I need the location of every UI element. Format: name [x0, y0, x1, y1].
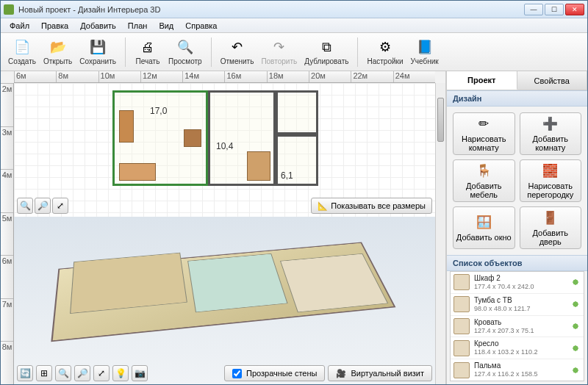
room-4[interactable]: 6,1 [276, 134, 318, 186]
show-dimensions-button[interactable]: 📐 Показывать все размеры [311, 198, 432, 214]
rotate-button[interactable]: 🔄 [17, 365, 33, 381]
toolbar-Повторить[interactable]: ↷Повторить [258, 37, 300, 67]
toolbar-label: Учебник [411, 57, 439, 65]
toolbar-label: Просмотр [168, 57, 202, 65]
zoom-controls-2d: 🔍 🔎 ⤢ [17, 198, 68, 214]
object-thumb-icon [453, 318, 470, 334]
transparent-walls-toggle[interactable]: Прозрачные стены [224, 365, 325, 381]
virtual-visit-label: Виртуальный визит [351, 369, 424, 378]
ruler-horizontal: 6м8м10м12м14м16м18м20м22м24м [14, 71, 435, 83]
ruler-vertical: 2м3м4м5м6м7м8м [1, 83, 14, 384]
toolbar-Создать[interactable]: 📄Создать [5, 37, 39, 67]
object-thumb-icon [453, 340, 470, 356]
menu-add[interactable]: Добавить [74, 20, 122, 32]
Открыть-icon: 📂 [49, 38, 67, 56]
design-Нарисовать перегородку[interactable]: 🧱Нарисовать перегородку [520, 159, 582, 202]
design-icon: ➕ [542, 116, 559, 132]
visibility-eye-icon[interactable] [570, 367, 581, 374]
furniture-wardrobe[interactable] [119, 110, 134, 143]
camera-button[interactable]: 📷 [132, 365, 148, 381]
menu-edit[interactable]: Правка [35, 20, 74, 32]
object-row[interactable]: Кресло118.4 x 103.2 x 110.2 [451, 337, 584, 359]
floorplan: 17,0 10,4 6,1 [112, 90, 318, 201]
Дублировать-icon: ⧉ [318, 38, 335, 56]
scrollbar-vertical[interactable] [435, 83, 445, 384]
toolbar-Настройки[interactable]: ⚙Настройки [364, 37, 406, 67]
visibility-eye-icon[interactable] [570, 345, 581, 352]
zoom-in-2d-button[interactable]: 🔎 [35, 198, 51, 214]
toolbar-label: Повторить [261, 57, 297, 65]
visibility-eye-icon[interactable] [570, 323, 581, 330]
toolbar-Учебник[interactable]: 📘Учебник [408, 37, 442, 67]
object-row[interactable]: Шкаф 2177.4 x 70.4 x 242.0 [451, 272, 584, 294]
room-1[interactable]: 17,0 [112, 90, 208, 186]
toolbar-Дублировать[interactable]: ⧉Дублировать [301, 37, 351, 67]
furniture-bed[interactable] [247, 151, 270, 181]
zoom-fit-2d-button[interactable]: ⤢ [52, 198, 68, 214]
menu-plan[interactable]: План [122, 20, 154, 32]
apartment-3d [36, 224, 406, 358]
design-icon: 🪑 [476, 163, 492, 179]
object-thumb-icon [453, 274, 470, 290]
furniture-table[interactable] [184, 129, 201, 147]
plan-2d-view[interactable]: 17,0 10,4 6,1 [14, 83, 435, 217]
tab-project[interactable]: Проект [447, 71, 517, 90]
visibility-eye-icon[interactable] [570, 301, 581, 308]
design-icon: ✏ [476, 116, 492, 132]
Сохранить-icon: 💾 [89, 38, 107, 56]
tab-properties[interactable]: Свойства [517, 71, 588, 90]
Создать-icon: 📄 [13, 38, 31, 56]
object-row[interactable]: Кровать127.4 x 207.3 x 75.1 [451, 316, 584, 338]
object-name: Шкаф 2 [474, 274, 566, 283]
canvas-area: 6м8м10м12м14м16м18м20м22м24м 2м3м4м5м6м7… [1, 71, 446, 384]
virtual-visit-button[interactable]: 🎥 Виртуальный визит [328, 365, 432, 381]
design-Добавить окно[interactable]: 🪟Добавить окно [453, 206, 515, 249]
object-list[interactable]: Шкаф 2177.4 x 70.4 x 242.0Тумба с ТВ98.0… [450, 271, 584, 381]
zoom-fit-3d-button[interactable]: ⤢ [93, 365, 110, 381]
design-label: Добавить дверь [522, 229, 580, 246]
scrollbar-thumb[interactable] [437, 98, 444, 142]
menu-file[interactable]: Файл [4, 20, 35, 32]
minimize-button[interactable]: — [524, 4, 543, 15]
window-title: Новый проект - Дизайн Интерьера 3D [18, 5, 524, 14]
view-3d[interactable]: 🔄 ⊞ 🔍 🔎 ⤢ 💡 📷 Прозрачные стены [14, 217, 435, 384]
design-Нарисовать комнату[interactable]: ✏Нарисовать комнату [453, 112, 515, 155]
menubar: Файл Правка Добавить План Вид Справка [1, 18, 587, 33]
Учебник-icon: 📘 [416, 38, 434, 56]
toolbar-Печать[interactable]: 🖨Печать [132, 37, 164, 67]
design-Добавить комнату[interactable]: ➕Добавить комнату [520, 112, 582, 155]
menu-help[interactable]: Справка [179, 20, 223, 32]
toolbar-Просмотр[interactable]: 🔍Просмотр [165, 37, 205, 67]
visibility-eye-icon[interactable] [570, 278, 581, 286]
zoom-out-2d-button[interactable]: 🔍 [17, 198, 33, 214]
design-label: Добавить комнату [522, 134, 580, 152]
object-row[interactable]: Тумба с ТВ98.0 x 48.0 x 121.7 [451, 294, 584, 316]
content-area: 6м8м10м12м14м16м18м20м22м24м 2м3м4м5м6м7… [1, 71, 587, 384]
object-thumb-icon [453, 296, 470, 312]
design-icon: 🚪 [542, 210, 559, 226]
app-window: Новый проект - Дизайн Интерьера 3D — ☐ ✕… [0, 0, 588, 385]
object-name: Пальма [474, 361, 566, 370]
close-button[interactable]: ✕ [565, 4, 584, 15]
furniture-sofa[interactable] [119, 163, 156, 181]
menu-view[interactable]: Вид [153, 20, 179, 32]
toolbar-Отменить[interactable]: ↶Отменить [218, 37, 257, 67]
toolbar-Сохранить[interactable]: 💾Сохранить [76, 37, 119, 67]
object-name: Тумба с ТВ [474, 296, 566, 305]
toolbar-Открыть[interactable]: 📂Открыть [40, 37, 75, 67]
design-Добавить дверь[interactable]: 🚪Добавить дверь [520, 206, 582, 249]
zoom-out-3d-button[interactable]: 🔍 [55, 365, 71, 381]
object-dimensions: 127.4 x 207.3 x 75.1 [474, 327, 566, 335]
maximize-button[interactable]: ☐ [545, 4, 564, 15]
titlebar[interactable]: Новый проект - Дизайн Интерьера 3D — ☐ ✕ [1, 1, 587, 18]
zoom-in-3d-button[interactable]: 🔎 [74, 365, 90, 381]
nav-3d-button-1[interactable]: ⊞ [36, 365, 52, 381]
room-2[interactable]: 10,4 [208, 90, 276, 186]
design-label: Добавить мебель [455, 181, 513, 199]
room-3[interactable] [276, 90, 318, 134]
object-row[interactable]: Пальма127.4 x 116.2 x 158.5 [451, 359, 584, 381]
design-Добавить мебель[interactable]: 🪑Добавить мебель [453, 159, 515, 202]
light-button[interactable]: 💡 [112, 365, 129, 381]
objects-section-header: Список объектов [447, 255, 587, 271]
transparent-walls-checkbox[interactable] [232, 369, 242, 378]
